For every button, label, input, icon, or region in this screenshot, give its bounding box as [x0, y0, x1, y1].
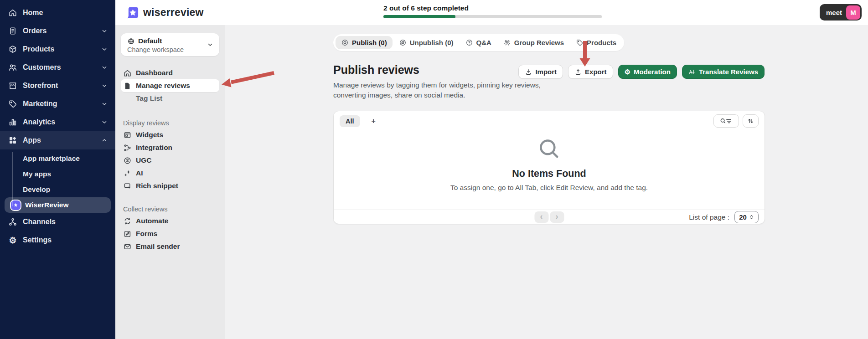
next-page-button[interactable]: › [550, 211, 564, 223]
sidebar-item-products[interactable]: Products [0, 40, 115, 58]
help-circle-icon [465, 39, 473, 46]
sidebar-item-wiserreview[interactable]: WiserReview [5, 197, 111, 213]
chevron-up-icon [101, 137, 108, 144]
magnifier-icon [536, 136, 563, 162]
import-button[interactable]: Import [518, 65, 563, 79]
tab-label: Publish (0) [352, 39, 387, 46]
sidebar-item-app-marketplace[interactable]: App marketplace [0, 151, 115, 166]
apps-icon [8, 136, 17, 145]
nav-item-rich-snippet[interactable]: Rich snippet [121, 180, 219, 192]
nav-item-label: Automate [136, 217, 168, 225]
moderation-button[interactable]: ⚙ Moderation [618, 65, 677, 79]
button-label: Translate Reviews [699, 68, 758, 76]
add-tab-button[interactable]: + [372, 117, 376, 125]
tab-products[interactable]: Products [570, 36, 622, 49]
settings-gear-icon: ⚙ [8, 236, 17, 245]
chevron-down-icon [101, 82, 108, 89]
nav-item-widgets[interactable]: Widgets [121, 128, 219, 141]
sidebar-item-apps[interactable]: Apps [0, 131, 115, 149]
widgets-icon [123, 131, 132, 139]
setup-progress: 2 out of 6 step completed [383, 4, 602, 18]
home-icon [8, 8, 17, 17]
tab-group-reviews[interactable]: Group Reviews [498, 36, 569, 49]
tab-publish[interactable]: Publish (0) [336, 36, 393, 49]
file-icon [123, 82, 132, 90]
sidebar-item-label: Settings [23, 236, 52, 244]
wiserreview-sidebar: Default Change workspace Dashboard Manag… [115, 25, 225, 339]
avatar: M [846, 5, 860, 20]
nav-item-label: Forms [136, 230, 157, 238]
sidebar-item-label: Products [23, 45, 54, 53]
tab-qa[interactable]: Q&A [460, 36, 497, 49]
page-size-stepper[interactable]: 20 [734, 211, 759, 223]
sidebar-item-storefront[interactable]: Storefront [0, 77, 115, 95]
brand: wiserreview [127, 6, 204, 19]
sidebar-item-label: Home [23, 9, 43, 17]
forms-icon [123, 230, 132, 238]
sidebar-item-orders[interactable]: Orders [0, 22, 115, 40]
marketing-icon [8, 99, 17, 108]
nav-item-integration[interactable]: Integration [121, 141, 219, 154]
translate-reviews-button[interactable]: Translate Reviews [682, 65, 765, 79]
nav-item-ai[interactable]: AI [121, 167, 219, 180]
prev-page-button[interactable]: ‹ [534, 211, 548, 223]
storefront-icon [8, 81, 17, 90]
user-menu[interactable]: meet M [820, 4, 862, 21]
integration-icon [123, 144, 132, 152]
card-filter-bar: All + [334, 111, 765, 131]
page-size-label: List of page : [689, 213, 729, 221]
chevron-down-icon [101, 64, 108, 71]
group-icon [503, 39, 511, 46]
nav-item-forms[interactable]: Forms [121, 227, 219, 240]
sidebar-item-marketing[interactable]: Marketing [0, 95, 115, 113]
sidebar-item-develop[interactable]: Develop [0, 182, 115, 197]
chevron-down-icon [101, 46, 108, 53]
nav-item-label: Email sender [136, 242, 180, 251]
nav-item-label: Tag List [136, 94, 162, 103]
sort-button[interactable] [743, 114, 759, 128]
nav-item-dashboard[interactable]: Dashboard [121, 67, 219, 79]
nav-item-automate[interactable]: Automate [121, 215, 219, 227]
sidebar-item-label: Apps [23, 136, 41, 144]
workspace-action: Change workspace [127, 46, 214, 53]
nav-item-label: Integration [136, 144, 172, 152]
ugc-icon [123, 156, 132, 165]
sidebar-item-label: Marketing [23, 100, 57, 108]
sidebar-item-label: Customers [23, 63, 61, 72]
nav-item-manage-reviews[interactable]: Manage reviews [121, 79, 219, 92]
channels-icon [8, 217, 17, 226]
sidebar-item-settings[interactable]: ⚙ Settings [0, 231, 115, 249]
review-tabs: Publish (0) Unpublish (0) Q&A Group Revi… [333, 34, 624, 51]
translate-icon [688, 68, 696, 76]
progress-label: 2 out of 6 step completed [383, 4, 602, 12]
chevron-down-icon [101, 100, 108, 108]
eye-off-icon [399, 39, 407, 46]
chevron-down-icon [101, 118, 108, 126]
sidebar-item-customers[interactable]: Customers [0, 58, 115, 77]
sidebar-item-my-apps[interactable]: My apps [0, 166, 115, 182]
nav-item-ugc[interactable]: UGC [121, 154, 219, 167]
nav-item-label: UGC [136, 156, 151, 164]
chevron-down-icon [207, 41, 214, 48]
nav-item-email-sender[interactable]: Email sender [121, 240, 219, 253]
tab-unpublish[interactable]: Unpublish (0) [393, 36, 459, 49]
customers-icon [8, 63, 17, 72]
search-filter-button[interactable] [713, 114, 739, 128]
gear-icon: ⚙ [625, 68, 630, 75]
sidebar-item-channels[interactable]: Channels [0, 213, 115, 231]
tab-label: Q&A [476, 39, 491, 46]
sidebar-item-home[interactable]: Home [0, 4, 115, 22]
sidebar-item-label: App marketplace [23, 154, 80, 163]
progress-track [383, 15, 602, 18]
sidebar-item-analytics[interactable]: Analytics [0, 113, 115, 131]
empty-state-title: No Items Found [512, 168, 586, 180]
export-button[interactable]: Export [568, 65, 613, 79]
filter-tab-all[interactable]: All [340, 115, 360, 127]
nav-item-tag-list[interactable]: Tag List [121, 92, 219, 105]
sidebar-item-label: My apps [23, 170, 51, 178]
apps-submenu: App marketplace My apps Develop WiserRev… [0, 151, 115, 213]
nav-item-label: Dashboard [136, 69, 173, 77]
section-label-collect-reviews: Collect reviews [121, 205, 219, 214]
workspace-switcher[interactable]: Default Change workspace [121, 33, 219, 56]
tab-label: Products [587, 39, 616, 46]
